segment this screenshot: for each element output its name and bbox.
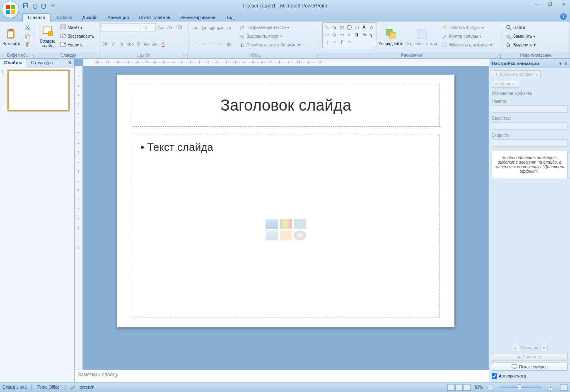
reset-button[interactable]: Восстановить [58, 32, 96, 40]
quick-styles-button[interactable]: Экспресс-стили [405, 22, 439, 51]
autopreview-input[interactable] [492, 373, 497, 379]
shapes-gallery[interactable]: ＼ ↘ ▭ ◯ ▢ A △ ⇨ ◇ ⇔ ☆ ◑ ∿ ┐ ⌇ ⟋ { ⋯ [322, 22, 377, 48]
shape-fill-button[interactable]: Заливка фигуры ▾ [440, 23, 494, 31]
zoom-slider[interactable] [500, 387, 541, 388]
remove-effect-button[interactable]: ✕Удалить [492, 80, 518, 88]
slideshow-view-button[interactable] [463, 384, 471, 391]
shape-freeform-icon[interactable]: ⟋ [331, 38, 338, 46]
increase-indent-button[interactable]: ▶≡ [216, 24, 225, 32]
find-button[interactable]: Найти [504, 23, 537, 31]
shape-rounded-rect-icon[interactable]: ▢ [353, 23, 360, 31]
change-case-button[interactable]: Aa [151, 40, 159, 48]
office-button[interactable] [2, 1, 19, 18]
preview-button[interactable]: ▶ Просмотр [492, 353, 568, 361]
fit-to-window-button[interactable] [560, 384, 568, 391]
zoom-out-button[interactable]: − [487, 385, 493, 390]
bold-button[interactable]: Ж [101, 40, 109, 48]
tab-home[interactable]: Главная [22, 13, 51, 22]
shape-right-arrow-icon[interactable]: ⇨ [323, 31, 331, 38]
shape-curve-icon[interactable]: ∿ [360, 31, 368, 38]
tab-view[interactable]: Вид [220, 14, 239, 22]
char-spacing-button[interactable]: AV [142, 40, 151, 48]
replace-button[interactable]: abacЗаменить ▾ [504, 32, 537, 40]
align-center-button[interactable]: ≡ [200, 40, 208, 48]
shape-arrow-icon[interactable]: ↘ [331, 23, 338, 31]
thumbnails-area[interactable]: 1 [0, 68, 74, 382]
redo-button[interactable] [40, 2, 48, 10]
arrange-button[interactable]: Упорядочить [377, 22, 405, 51]
insert-media-icon[interactable] [294, 230, 306, 240]
shape-rectangle-icon[interactable]: ▭ [338, 23, 345, 31]
minimize-button[interactable]: — [532, 1, 542, 7]
speed-combo[interactable] [492, 139, 568, 147]
font-dialog-launcher[interactable]: ⌐ [184, 54, 188, 58]
tab-design[interactable]: Дизайн [77, 14, 103, 22]
italic-button[interactable]: К [109, 40, 118, 48]
numbering-button[interactable]: 1≡ [200, 24, 208, 32]
shape-double-arrow-icon[interactable]: ⇔ [338, 31, 345, 38]
align-right-button[interactable]: ≡ [208, 40, 216, 48]
slide-canvas[interactable]: Заголовок слайда Текст слайда [117, 75, 454, 327]
shape-brace-icon[interactable]: { [338, 38, 345, 46]
sorter-view-button[interactable] [455, 384, 463, 391]
panel-tab-outline[interactable]: Структура [27, 59, 57, 68]
text-direction-button[interactable]: ↕AНаправление текста ▾ [237, 23, 302, 31]
bullets-button[interactable]: •≡ [191, 24, 200, 32]
zoom-in-button[interactable]: + [548, 385, 553, 390]
undo-button[interactable] [31, 2, 39, 10]
start-combo[interactable] [492, 105, 568, 113]
spellcheck-icon[interactable] [70, 385, 75, 390]
delete-slide-button[interactable]: Удалить [58, 41, 96, 49]
language[interactable]: русский [80, 385, 94, 390]
shape-more-icon[interactable]: ⋯ [345, 38, 353, 46]
property-combo[interactable] [492, 122, 568, 130]
slideshow-button[interactable]: Показ слайдов [492, 363, 568, 371]
clipboard-dialog-launcher[interactable]: ⌐ [32, 54, 36, 58]
close-button[interactable]: ✕ [558, 1, 568, 7]
autopreview-checkbox[interactable]: Автопросмотр [492, 373, 568, 380]
copy-button[interactable] [22, 32, 32, 40]
tab-review[interactable]: Рецензирование [175, 14, 220, 22]
help-button[interactable]: ? [560, 13, 567, 20]
shape-triangle-icon[interactable]: △ [368, 23, 375, 31]
panel-close-button[interactable]: ✕ [65, 59, 74, 68]
line-spacing-button[interactable]: ↕≡ [225, 24, 233, 32]
tab-animation[interactable]: Анимация [103, 14, 134, 22]
new-slide-button[interactable]: ✦ Создать слайд [38, 22, 57, 51]
maximize-button[interactable]: ☐ [545, 1, 555, 7]
vertical-ruler[interactable]: 9876543210123456789 [75, 66, 83, 370]
grow-font-button[interactable]: A▴ [157, 23, 165, 31]
format-painter-button[interactable] [22, 41, 32, 49]
columns-button[interactable]: ▥ [225, 40, 233, 48]
paste-button[interactable]: Вставить [1, 22, 22, 51]
horizontal-ruler[interactable]: 12 · · · 11 · · · 10 · · · 9 · · · 8 · ·… [83, 59, 489, 66]
reorder-down-button[interactable]: ▼ [540, 344, 548, 351]
align-text-button[interactable]: ▤Выровнять текст ▾ [237, 32, 302, 40]
content-placeholder[interactable]: Текст слайда [132, 135, 440, 317]
cut-button[interactable] [22, 23, 32, 31]
zoom-level[interactable]: 93% [475, 385, 483, 390]
panel-tab-slides[interactable]: Слайды [0, 59, 27, 68]
drawing-dialog-launcher[interactable]: ⌐ [497, 54, 501, 58]
shape-ellipse-icon[interactable]: ◯ [345, 23, 353, 31]
insert-table-icon[interactable] [266, 219, 278, 229]
shape-polyline-icon[interactable]: ⌇ [323, 38, 331, 46]
font-size-combo[interactable]: 44 [141, 23, 156, 31]
notes-pane[interactable]: Заметки к слайду [75, 370, 489, 382]
save-button[interactable] [22, 2, 30, 10]
title-placeholder[interactable]: Заголовок слайда [132, 84, 440, 127]
insert-chart-icon[interactable] [280, 219, 292, 229]
align-left-button[interactable]: ≡ [191, 40, 200, 48]
shape-connector-icon[interactable]: ┐ [368, 31, 375, 38]
shrink-font-button[interactable]: A▾ [166, 23, 174, 31]
strikethrough-button[interactable]: abc [126, 40, 134, 48]
reorder-up-button[interactable]: ▲ [512, 344, 519, 351]
tab-insert[interactable]: Вставка [51, 14, 77, 22]
shadow-button[interactable]: S [134, 40, 142, 48]
add-effect-button[interactable]: ✦Добавить эффект ▾ [492, 70, 541, 78]
convert-smartart-button[interactable]: ◧Преобразовать в SmartArt ▾ [237, 41, 302, 49]
underline-button[interactable]: Ч [118, 40, 126, 48]
justify-button[interactable]: ≡ [216, 40, 225, 48]
shape-effects-button[interactable]: Эффекты для фигур ▾ [440, 41, 494, 49]
insert-clipart-icon[interactable] [280, 230, 292, 240]
